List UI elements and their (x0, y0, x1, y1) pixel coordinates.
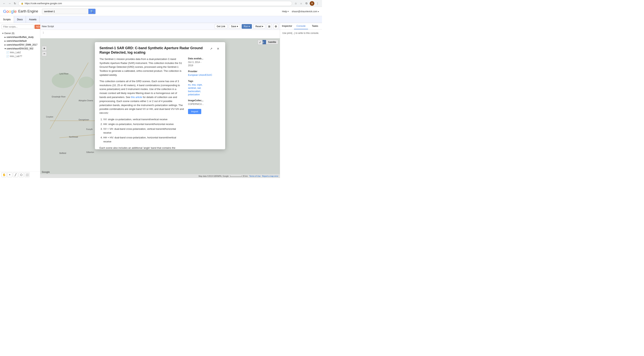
modal-header: Sentinel-1 SAR GRD: C-band Synthetic Ape… (95, 42, 225, 57)
image-collection-value: COPERNICU... (188, 103, 220, 106)
tags-value: eu, esa, cope, sentinel, rad, backscatte… (188, 83, 220, 96)
google-logo: Google (3, 9, 17, 14)
grid-button[interactable]: ⊞ (267, 24, 272, 29)
tag-link[interactable]: eu, esa, cope, (188, 83, 220, 87)
image-collection-section: ImageCollec... COPERNICU... (188, 99, 220, 106)
right-panel-tabs: Inspector Console Tasks (280, 23, 322, 29)
map-background: Lynd River Einasleigh River Bulleringa A… (40, 38, 280, 178)
tree-item-buffalo[interactable]: ▸ users/shaun/Buffalo_study (2, 35, 38, 39)
code-area[interactable]: 1 (40, 30, 280, 38)
chevron-right-icon: ▸ (4, 36, 6, 38)
search-button[interactable]: 🔍 (88, 9, 96, 14)
provider-section: Provider European Union/ESA/C (188, 70, 220, 77)
forward-button[interactable]: → (8, 1, 12, 5)
app-name: Earth Engine (18, 9, 38, 13)
list-item: VV: single co-polarization, vertical tra… (103, 118, 184, 122)
chevron-down-icon: ▾ (2, 32, 4, 35)
chevron-down-icon: ▾ (262, 25, 263, 28)
main-layout: NEW ▾ ▾ Owner (6) ▸ users/shaun/Buffalo_… (0, 23, 322, 178)
close-modal-button[interactable]: ✕ (215, 46, 220, 51)
sidebar-tree: ▾ Owner (6) ▸ users/shaun/Buffalo_study … (0, 31, 40, 171)
editor-panel: New Script Get Link Save ▾ Run ▾ Reset ▾… (40, 23, 280, 38)
save-button[interactable]: Save ▾ (229, 24, 240, 29)
reload-button[interactable]: ↻ (13, 1, 17, 5)
editor-toolbar: New Script Get Link Save ▾ Run ▾ Reset ▾… (40, 23, 280, 30)
menu-button[interactable]: ⋮ (316, 1, 320, 5)
point-tool[interactable]: • (7, 172, 12, 177)
modal-actions: ↗ ✕ (208, 46, 220, 51)
reset-button[interactable]: Reset ▾ (254, 24, 265, 29)
settings-button[interactable]: ⚙ (273, 24, 278, 29)
tree-item-env202[interactable]: ▾ users/shaun/ENV202_502 (2, 47, 38, 50)
open-external-button[interactable]: ↗ (208, 46, 214, 51)
url-bar[interactable]: 🔒 https://code.earthengine.google.com (18, 1, 292, 6)
get-link-button[interactable]: Get Link (215, 24, 228, 29)
chevron-right-icon: ▸ (4, 40, 6, 42)
modal-sidebar: Data availab... Oct 3, 2014 -2019 Provid… (188, 57, 220, 146)
tab-console[interactable]: Console (294, 23, 308, 29)
list-item: VV + VH: dual-band cross-polarization, v… (103, 127, 184, 135)
logo-area: Google Earth Engine (3, 9, 38, 14)
url-text: https://code.earthengine.google.com (25, 2, 62, 5)
rectangle-tool[interactable]: ⬜ (24, 172, 30, 177)
tab-inspector[interactable]: Inspector (280, 23, 294, 29)
data-availability-section: Data availab... Oct 3, 2014 -2019 (188, 57, 220, 67)
script-title: New Script (42, 25, 213, 28)
modal-overlay: Sentinel-1 SAR GRD: C-band Synthetic Ape… (40, 38, 280, 178)
profile-button[interactable]: ○ (299, 1, 303, 5)
tree-file-intro-lab2[interactable]: 📄 Intro_Lab2 (2, 50, 38, 54)
modal-dialog: Sentinel-1 SAR GRD: C-band Synthetic Ape… (95, 42, 225, 149)
polarization-list: VV: single co-polarization, vertical tra… (100, 118, 184, 144)
bookmark-button[interactable]: ☆ (294, 1, 298, 5)
search-bar[interactable]: 🔍 (42, 8, 96, 14)
file-icon: 📄 (6, 55, 9, 58)
tree-item-env-emm[interactable]: ▸ users/shaun/ENV_EMM_2017 (2, 43, 38, 47)
filter-input[interactable] (2, 24, 34, 29)
data-availability-value: Oct 3, 2014 -2019 (188, 61, 220, 67)
tree-owner-folder[interactable]: ▾ Owner (6) (2, 31, 38, 35)
extensions-button[interactable]: ⧉ (304, 1, 308, 5)
app-toolbar: Scripts Docs Assets (0, 16, 322, 23)
back-button[interactable]: ← (2, 1, 6, 5)
user-button[interactable]: shaun@shaunlevick.com ▾ (292, 10, 319, 13)
tree-item-default[interactable]: ▸ users/shaun/default (2, 39, 38, 43)
tag-link[interactable]: polarization (188, 93, 220, 96)
tree-file-intro-lab[interactable]: 📄 Intro_Lab?? (2, 54, 38, 58)
this-article-link[interactable]: this article (131, 96, 142, 99)
tag-link[interactable]: backscatteri, (188, 90, 220, 93)
sidebar-filter: NEW ▾ (0, 23, 40, 31)
right-panel-content: Use print(...) to write to this console. (280, 29, 322, 178)
list-item: HH: single co-polarization, horizontal t… (103, 122, 184, 126)
pan-tool[interactable]: ✋ (2, 172, 6, 177)
toolbar-tabs: Scripts Docs Assets (0, 16, 40, 23)
run-button[interactable]: Run ▾ (242, 24, 252, 29)
line-tool[interactable]: ╱ (13, 172, 18, 177)
modal-desc-3: Each scene also includes an additional '… (100, 146, 184, 149)
chevron-right-icon: ▸ (4, 43, 6, 46)
tab-docs[interactable]: Docs (14, 16, 26, 23)
chevron-down-icon: ▾ (288, 10, 289, 12)
tags-section: Tags eu, esa, cope, sentinel, rad, backs… (188, 80, 220, 96)
tags-label: Tags (188, 80, 220, 82)
image-collection-label: ImageCollec... (188, 99, 220, 102)
modal-main-content: The Sentinel-1 mission provides data fro… (100, 57, 184, 146)
import-button[interactable]: Import (188, 109, 201, 114)
tab-tasks[interactable]: Tasks (308, 23, 322, 29)
polygon-tool[interactable]: ⬡ (19, 172, 24, 177)
tab-assets[interactable]: Assets (26, 16, 40, 23)
modal-title: Sentinel-1 SAR GRD: C-band Synthetic Ape… (100, 46, 208, 55)
chevron-down-icon: ▾ (248, 25, 250, 28)
center-area: New Script Get Link Save ▾ Run ▾ Reset ▾… (40, 23, 280, 178)
list-item: HH + HV: dual-band cross-polarization, h… (103, 136, 184, 144)
tab-scripts[interactable]: Scripts (0, 16, 14, 23)
provider-link[interactable]: European Union/ESA/C (188, 73, 220, 77)
help-button[interactable]: Help ▾ (282, 10, 289, 13)
search-icon: 🔍 (90, 10, 94, 13)
app-header: Google Earth Engine 🔍 Help ▾ shaun@shaun… (0, 7, 322, 16)
search-input[interactable] (42, 9, 88, 14)
avatar[interactable]: S (310, 1, 314, 6)
file-icon: 📄 (6, 51, 9, 54)
map-tools: ✋ • ╱ ⬡ ⬜ (0, 171, 40, 178)
modal-body: The Sentinel-1 mission provides data fro… (95, 57, 225, 149)
tag-link[interactable]: sentinel, rad, (188, 87, 220, 90)
